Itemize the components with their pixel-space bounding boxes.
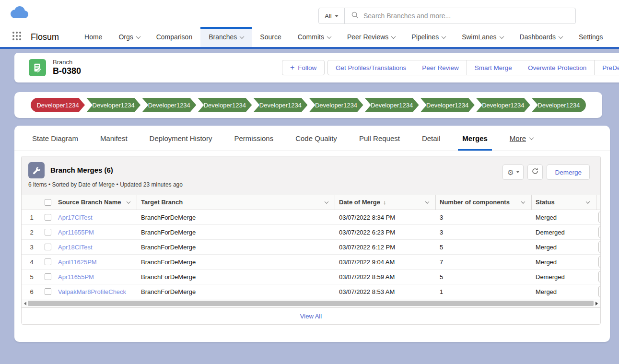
row-checkbox[interactable] bbox=[42, 255, 54, 269]
overwrite-protection-button[interactable]: Overwrite Protection bbox=[520, 60, 595, 75]
view-all-link[interactable]: View All bbox=[300, 313, 322, 320]
scrollbar-thumb[interactable] bbox=[28, 301, 594, 306]
refresh-button[interactable] bbox=[527, 164, 543, 180]
source-branch-link[interactable]: Apr11655PM bbox=[58, 273, 94, 281]
branch-merge-list-icon bbox=[28, 162, 45, 178]
nav-tab-home[interactable]: Home bbox=[76, 27, 110, 47]
nav-tab-swimlanes[interactable]: SwimLanes bbox=[454, 27, 511, 47]
status-cell: Merged bbox=[532, 255, 596, 269]
table-row: 4 April11625PM BranchForDeMerge 03/07/20… bbox=[22, 255, 600, 270]
target-branch-cell: BranchForDeMerge bbox=[137, 240, 335, 254]
column-header-source-branch[interactable]: Source Branch Name bbox=[54, 195, 137, 210]
demerge-button[interactable]: Demerge bbox=[547, 164, 590, 180]
peer-review-button[interactable]: Peer Review bbox=[414, 60, 467, 75]
status-cell: Merged bbox=[532, 210, 596, 224]
scroll-right-icon[interactable] bbox=[596, 302, 598, 305]
tab-merges[interactable]: Merges bbox=[451, 126, 499, 151]
select-all-checkbox[interactable] bbox=[42, 195, 54, 210]
nav-tab-orgs[interactable]: Orgs bbox=[110, 27, 148, 47]
column-header-number-of-components[interactable]: Number of components bbox=[436, 195, 532, 210]
tab-deployment-history[interactable]: Deployment History bbox=[139, 126, 223, 151]
column-header-target-branch[interactable]: Target Branch bbox=[137, 195, 335, 210]
path-stage-3[interactable]: Developer1234 bbox=[142, 98, 196, 112]
row-checkbox[interactable] bbox=[42, 225, 54, 239]
source-branch-link[interactable]: Apr17CITest bbox=[58, 214, 93, 221]
nav-tab-commits[interactable]: Commits bbox=[290, 27, 339, 47]
path-stage-5[interactable]: Developer1234 bbox=[253, 98, 307, 112]
smart-merge-button[interactable]: Smart Merge bbox=[467, 60, 520, 75]
scroll-left-icon[interactable] bbox=[24, 302, 26, 305]
tab-state-diagram[interactable]: State Diagram bbox=[21, 126, 89, 151]
path-stage-8[interactable]: Developer1234 bbox=[420, 98, 475, 112]
tab-manifest[interactable]: Manifest bbox=[89, 126, 139, 151]
get-profiles-translations-button[interactable]: Get Profiles/Translations bbox=[327, 60, 414, 75]
path-stage-4[interactable]: Developer1234 bbox=[198, 98, 252, 112]
row-action-button[interactable] bbox=[598, 211, 601, 223]
nav-tab-settings[interactable]: Settings bbox=[571, 27, 611, 47]
column-header-actions bbox=[596, 195, 600, 210]
tab-detail[interactable]: Detail bbox=[411, 126, 451, 151]
nav-tab-comparison[interactable]: Comparison bbox=[148, 27, 200, 47]
row-checkbox[interactable] bbox=[42, 240, 54, 254]
list-header-actions: ⚙ Demerge bbox=[502, 164, 590, 180]
search-input[interactable] bbox=[363, 12, 575, 20]
nav-tab-peer-reviews[interactable]: Peer Reviews bbox=[339, 27, 403, 47]
predeploy-button[interactable]: PreDeploy bbox=[594, 60, 619, 75]
target-branch-cell: BranchForDeMerge bbox=[137, 270, 335, 284]
source-branch-link[interactable]: Apr11655PM bbox=[58, 229, 94, 236]
table-row: 5 Apr11655PM BranchForDeMerge 03/07/2022… bbox=[22, 270, 600, 284]
nav-tab-source[interactable]: Source bbox=[252, 27, 289, 47]
tab-permissions[interactable]: Permissions bbox=[223, 126, 284, 151]
app-name: Flosum bbox=[31, 32, 59, 42]
path-stage-9[interactable]: Developer1234 bbox=[476, 98, 530, 112]
checkbox-icon bbox=[45, 258, 51, 265]
list-settings-button[interactable]: ⚙ bbox=[502, 164, 524, 180]
horizontal-scrollbar[interactable] bbox=[22, 299, 600, 307]
row-checkbox[interactable] bbox=[42, 284, 54, 299]
caret-down-icon bbox=[516, 171, 519, 173]
row-number-header bbox=[22, 195, 42, 210]
row-action-button[interactable] bbox=[598, 271, 601, 282]
source-branch-link[interactable]: April11625PM bbox=[58, 258, 97, 266]
path-stage-7[interactable]: Developer1234 bbox=[365, 98, 419, 112]
target-branch-cell: BranchForDeMerge bbox=[137, 255, 335, 269]
sort-descending-icon: ↓ bbox=[383, 199, 386, 206]
chevron-down-icon bbox=[136, 34, 140, 39]
source-branch-link[interactable]: Apr18CITest bbox=[58, 244, 93, 251]
tab-pull-request[interactable]: Pull Request bbox=[348, 126, 411, 151]
tab-code-quality[interactable]: Code Quality bbox=[284, 126, 348, 151]
row-number: 3 bbox=[22, 240, 42, 254]
source-branch-link[interactable]: ValpakMar8ProfileCheck bbox=[58, 288, 126, 295]
date-of-merge-cell: 03/07/2022 8:53 AM bbox=[335, 284, 436, 299]
row-checkbox[interactable] bbox=[42, 270, 54, 284]
app-launcher-icon[interactable] bbox=[12, 31, 22, 43]
checkbox-icon bbox=[45, 199, 51, 206]
follow-button[interactable]: + Follow bbox=[282, 60, 325, 75]
status-cell: Demerged bbox=[532, 270, 596, 284]
row-action-button[interactable] bbox=[598, 256, 601, 268]
path-stage-6[interactable]: Developer1234 bbox=[309, 98, 363, 112]
chevron-down-icon bbox=[586, 200, 590, 203]
path-stage-1[interactable]: Developer1234 bbox=[31, 98, 85, 112]
row-action-button[interactable] bbox=[598, 286, 601, 297]
target-branch-cell: BranchForDeMerge bbox=[137, 284, 335, 299]
components-cell: 3 bbox=[436, 210, 532, 224]
search-icon bbox=[351, 12, 359, 21]
tab-more[interactable]: More bbox=[499, 126, 544, 151]
row-action-button[interactable] bbox=[598, 241, 601, 253]
path-stage-2[interactable]: Developer1234 bbox=[86, 98, 140, 112]
path-stage-10[interactable]: Developer1234 bbox=[532, 98, 586, 112]
checkbox-icon bbox=[45, 288, 51, 295]
nav-tab-dashboards[interactable]: Dashboards bbox=[512, 27, 571, 47]
row-action-button[interactable] bbox=[598, 226, 601, 238]
status-cell: Merged bbox=[532, 240, 596, 254]
utility-bar: All bbox=[0, 0, 619, 27]
nav-tab-branches[interactable]: Branches bbox=[200, 27, 252, 47]
search-scope-dropdown[interactable]: All bbox=[319, 8, 345, 23]
column-header-date-of-merge[interactable]: Date of Merge ↓ bbox=[335, 195, 436, 210]
nav-tab-pipelines[interactable]: Pipelines bbox=[403, 27, 454, 47]
chevron-down-icon bbox=[327, 34, 332, 39]
chevron-down-icon bbox=[499, 34, 504, 39]
row-checkbox[interactable] bbox=[42, 210, 54, 224]
column-header-status[interactable]: Status bbox=[532, 195, 596, 210]
